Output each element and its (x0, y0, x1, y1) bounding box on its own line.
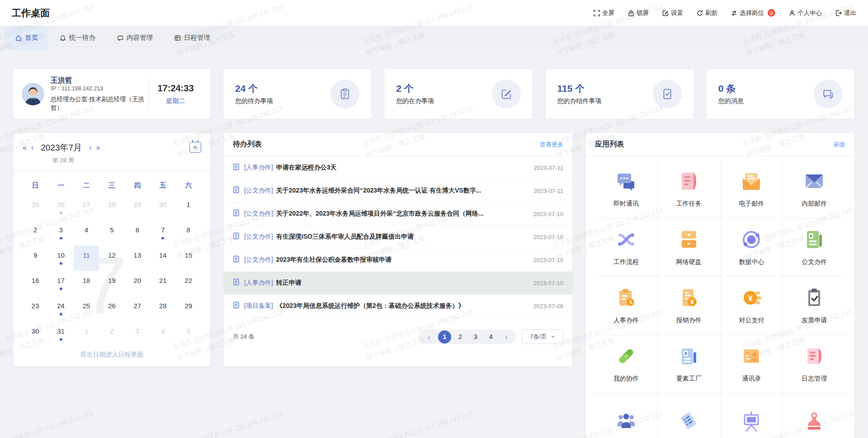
calendar-day[interactable]: 7 (150, 220, 175, 245)
calendar-day[interactable]: 30 (23, 321, 48, 347)
app-item-govdoc[interactable]: 公文办件 (783, 218, 845, 276)
app-item-stamp[interactable] (783, 393, 845, 438)
fullscreen-button[interactable]: 全屏 (594, 9, 614, 17)
calendar-day[interactable]: 26 (99, 296, 124, 321)
todo-item[interactable]: [人事办件]申请在家远程办公3天2023-07-11 (224, 156, 572, 179)
app-item-reimburse[interactable]: ¥报销办件 (658, 277, 720, 334)
calendar-day[interactable]: 1 (74, 321, 99, 347)
calendar-day[interactable]: 13 (125, 245, 150, 271)
app-item-board[interactable] (721, 393, 783, 438)
calendar-day[interactable]: 20 (125, 271, 150, 296)
app-item-sheet[interactable] (658, 393, 720, 438)
settings-button[interactable]: 设置 (662, 9, 683, 17)
tab-unified-todo[interactable]: 统一待办 (49, 26, 106, 50)
stat-card-todo[interactable]: 24 个 您的待办事项 (223, 69, 371, 119)
calendar-day[interactable]: 29 (125, 195, 150, 220)
calendar-hint-link[interactable]: 双击日期进入日程界面 (14, 351, 210, 359)
view-more-link[interactable]: 查看更多 (540, 141, 563, 149)
stat-card-inprogress[interactable]: 2 个 您的在办事项 (384, 69, 532, 119)
calendar-day[interactable]: 17 (48, 271, 73, 296)
calendar-day[interactable]: 28 (150, 296, 175, 321)
calendar-day[interactable]: 2 (99, 321, 124, 347)
calendar-day[interactable]: 27 (125, 296, 150, 321)
calendar-day[interactable]: 31 (48, 321, 73, 347)
calendar-day[interactable]: 27 (74, 195, 99, 220)
page-button[interactable]: 3 (469, 330, 482, 343)
select-post-button[interactable]: 选择岗位 0 (731, 9, 775, 17)
calendar-day[interactable]: 12 (99, 245, 124, 271)
stat-card-completed[interactable]: 115 个 您的办结件事项 (546, 69, 693, 119)
todo-item[interactable]: [人事办件]转正申请2023-07-10 (224, 272, 572, 295)
calendar-day[interactable]: 6 (125, 220, 150, 245)
app-item-mail[interactable]: 电子邮件 (721, 160, 783, 218)
tab-content-management[interactable]: 内容管理 (106, 26, 164, 50)
calendar-day[interactable]: 9 (23, 245, 48, 271)
calendar-day[interactable]: 4 (150, 321, 175, 347)
app-item-hr[interactable]: 人事办件 (595, 277, 657, 334)
calendar-day[interactable]: 11 (74, 245, 99, 271)
app-item-people[interactable] (595, 393, 657, 438)
calendar-day[interactable]: 28 (99, 195, 124, 220)
calendar-day[interactable]: 18 (74, 271, 99, 296)
calendar-day[interactable]: 2 (23, 220, 48, 245)
calendar-day[interactable]: 14 (150, 245, 175, 271)
app-item-factory[interactable]: 要素工厂 (658, 335, 720, 393)
calendar-day[interactable]: 1 (176, 195, 201, 220)
calendar-day[interactable]: 30 (150, 195, 175, 220)
todo-item[interactable]: [项目备案]《2023年局信息系统运行维护（第2包：基础办公系统技术服务）》20… (224, 295, 572, 318)
next-month-button[interactable]: › (89, 144, 91, 151)
calendar-day[interactable]: 8 (176, 220, 201, 245)
calendar-day[interactable]: 23 (23, 296, 48, 321)
todo-item[interactable]: [公文办件]2023年有生社保公积金基数申报审核申请2023-07-10 (224, 249, 572, 272)
apps-refresh-link[interactable]: 刷新 (834, 141, 845, 149)
calendar-day[interactable]: 4 (74, 220, 99, 245)
page-button[interactable]: 1 (438, 330, 451, 344)
next-page-button[interactable]: › (500, 330, 513, 343)
todo-item[interactable]: [公文办件]关于2023年水务运维外采合同“2023年水务局统一认证 有生博大V… (224, 179, 572, 203)
app-item-flow[interactable]: 工作流程 (595, 218, 657, 276)
page-button[interactable]: 2 (454, 330, 467, 343)
calendar-day[interactable]: 5 (99, 220, 124, 245)
stat-card-messages[interactable]: 0 条 您的消息 (707, 69, 854, 119)
app-item-inmail[interactable]: 内部邮件 (783, 160, 845, 218)
prev-month-button[interactable]: ‹ (31, 144, 33, 151)
calendar-day[interactable]: 21 (150, 271, 175, 296)
calendar-day[interactable]: 25 (23, 195, 48, 220)
app-item-task[interactable]: 工作任务 (658, 160, 720, 218)
app-item-contacts[interactable]: 通讯录 (721, 335, 783, 393)
app-item-invoice[interactable]: 发票申请 (783, 277, 845, 334)
logout-button[interactable]: 退出 (835, 9, 856, 17)
tab-schedule-management[interactable]: 日程管理 (164, 26, 221, 50)
avatar[interactable] (22, 83, 44, 105)
calendar-day[interactable]: 25 (74, 296, 99, 321)
app-item-data[interactable]: 数据中心 (721, 218, 783, 276)
todo-page-size-select[interactable]: 7条/页 (522, 330, 563, 344)
calendar-day[interactable]: 22 (176, 271, 201, 296)
today-button[interactable]: 今 (189, 142, 201, 153)
calendar-day[interactable]: 10 (48, 245, 73, 271)
todo-item[interactable]: [公文办件]有生深境ISO三体系年审人员配合及牌匾借出申请2023-07-10 (224, 226, 572, 249)
app-item-collab[interactable]: 我的协作 (595, 335, 657, 393)
page-button[interactable]: 4 (485, 330, 497, 343)
calendar-day[interactable]: 3 (125, 321, 150, 347)
next-year-button[interactable]: » (96, 144, 100, 151)
app-item-log[interactable]: 日志管理 (783, 335, 845, 393)
calendar-day[interactable]: 15 (176, 245, 201, 271)
calendar-day[interactable]: 19 (99, 271, 124, 296)
tab-home[interactable]: 首页 (5, 26, 49, 50)
app-item-chat[interactable]: 即时通讯 (595, 160, 657, 218)
prev-page-button[interactable]: ‹ (423, 330, 435, 343)
prev-year-button[interactable]: « (23, 144, 27, 151)
calendar-day[interactable]: 16 (23, 271, 48, 296)
calendar-day[interactable]: 24 (48, 296, 73, 321)
calendar-day[interactable]: 3 (48, 220, 73, 245)
calendar-day[interactable]: 5 (176, 321, 201, 347)
app-item-pay[interactable]: ¥对公支付 (721, 277, 783, 334)
calendar-day[interactable]: 29 (176, 296, 201, 321)
calendar-day[interactable]: 26 (48, 195, 73, 220)
profile-button[interactable]: 个人中心 (789, 9, 822, 17)
app-item-drive[interactable]: 网络硬盘 (658, 218, 720, 276)
todo-item[interactable]: [公文办件]关于2022年、2023年水务局运维项目外采“北京市政务云服务合同（… (224, 203, 572, 226)
lock-screen-button[interactable]: 锁屏 (628, 9, 649, 17)
refresh-button[interactable]: 刷新 (697, 9, 717, 17)
